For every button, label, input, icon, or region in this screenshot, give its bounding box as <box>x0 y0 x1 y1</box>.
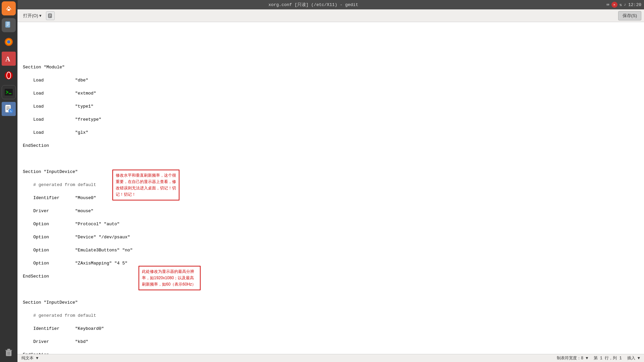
line-20: # generated from default <box>23 313 96 318</box>
line-6: Load "glx" <box>23 130 88 135</box>
line-5: Load "freetype" <box>23 117 101 122</box>
cursor-position: 第 1 行，列 1 <box>594 355 622 361</box>
line-19: Section "InputDevice" <box>23 300 78 305</box>
statusbar-right: 制表符宽度：8 ▼ 第 1 行，列 1 插入 ▼ <box>557 355 640 361</box>
sidebar-icon-gedit[interactable]: ✎ <box>2 102 16 116</box>
line-21: Identifier "Keyboard0" <box>23 326 104 331</box>
line-10: # generated from default <box>23 182 96 187</box>
line-17: EndSection <box>23 274 49 279</box>
line-14: Option "Device" "/dev/psaux" <box>23 235 130 240</box>
editor-content[interactable]: Section "Module" Load "dbe" Load "extmod… <box>17 22 644 354</box>
svg-rect-1 <box>7 9 10 11</box>
line-23: EndSection <box>23 352 49 354</box>
open-label: 打开(O) <box>23 13 38 19</box>
line-12: Driver "mouse" <box>23 208 94 214</box>
line-3: Load "extmod" <box>23 91 96 96</box>
format-selector[interactable]: 纯文本 ▼ <box>21 355 38 361</box>
titlebar-controls: ⌨ ✕ ⇅ ♪ 12:20 <box>606 2 641 8</box>
line-13: Option "Protocol" "auto" <box>23 222 120 227</box>
insert-mode-label: 插入 ▼ <box>627 355 640 361</box>
sidebar-icon-fonts[interactable]: A <box>2 52 16 66</box>
svg-rect-3 <box>7 22 9 23</box>
sidebar-icon-files[interactable] <box>2 18 16 32</box>
line-2: Load "dbe" <box>23 78 88 83</box>
open-button[interactable]: 打开(O) ▾ <box>20 11 45 20</box>
line-15: Option "Emulate3Buttons" "no" <box>23 248 133 253</box>
format-label: 纯文本 ▼ <box>21 355 38 361</box>
network-icon: ⇅ <box>620 2 622 7</box>
main-area: xorg.conf [只读] (/etc/X11) - gedit ⌨ ✕ ⇅ … <box>17 0 644 362</box>
sidebar-icon-trash[interactable] <box>2 345 16 359</box>
save-button[interactable]: 保存(S) <box>618 11 641 20</box>
insert-mode-selector[interactable]: 插入 ▼ <box>627 355 640 361</box>
sidebar-icon-opera[interactable] <box>2 68 16 82</box>
time-display: 12:20 <box>628 2 641 7</box>
code-block: Section "Module" Load "dbe" Load "extmod… <box>23 45 639 354</box>
annotation-metamodes: 此处修改为显示器的最高分辨率，如1920x1080；以及最高刷新频率，如60（表… <box>139 266 201 291</box>
line-1: Section "Module" <box>23 65 65 70</box>
volume-icon: ♪ <box>624 2 626 7</box>
statusbar: 纯文本 ▼ 制表符宽度：8 ▼ 第 1 行，列 1 插入 ▼ <box>17 354 644 362</box>
open-dropdown-icon: ▾ <box>39 13 42 18</box>
window-title: xorg.conf [只读] (/etc/X11) - gedit <box>20 2 606 8</box>
sidebar: A ✎ <box>0 0 17 362</box>
line-16: Option "ZAxisMapping" "4 5" <box>23 261 127 266</box>
tab-width-label: 制表符宽度：8 ▼ <box>557 355 588 361</box>
recent-files-button[interactable] <box>46 11 55 20</box>
line-7: EndSection <box>23 143 49 148</box>
svg-rect-4 <box>7 24 9 24</box>
svg-rect-22 <box>7 349 10 350</box>
toolbar: 打开(O) ▾ 保存(S) <box>17 9 644 22</box>
editor-area: Section "Module" Load "dbe" Load "extmod… <box>17 22 644 354</box>
line-22: Driver "kbd" <box>23 339 88 344</box>
svg-text:A: A <box>5 55 10 63</box>
tab-width-selector[interactable]: 制表符宽度：8 ▼ <box>557 355 588 361</box>
close-button[interactable]: ✕ <box>611 2 618 8</box>
titlebar: xorg.conf [只读] (/etc/X11) - gedit ⌨ ✕ ⇅ … <box>17 0 644 9</box>
svg-rect-12 <box>5 89 13 96</box>
line-4: Load "type1" <box>23 104 94 109</box>
svg-point-8 <box>7 40 10 44</box>
annotation-horizsync: 修改水平和垂直刷新频率，这个很重要，在自己的显示器上查看，修改错误则无法进入桌面… <box>112 170 179 201</box>
sidebar-icon-terminal[interactable] <box>2 85 16 99</box>
keyboard-icon: ⌨ <box>606 2 609 8</box>
sidebar-icon-firefox[interactable] <box>2 35 16 49</box>
line-9: Section "InputDevice" <box>23 169 78 174</box>
line-11: Identifier "Mouse0" <box>23 195 96 200</box>
svg-rect-5 <box>7 25 8 26</box>
sidebar-icon-home[interactable] <box>2 1 16 15</box>
svg-point-10 <box>5 71 13 79</box>
svg-text:✎: ✎ <box>10 110 12 113</box>
svg-point-0 <box>4 4 13 13</box>
